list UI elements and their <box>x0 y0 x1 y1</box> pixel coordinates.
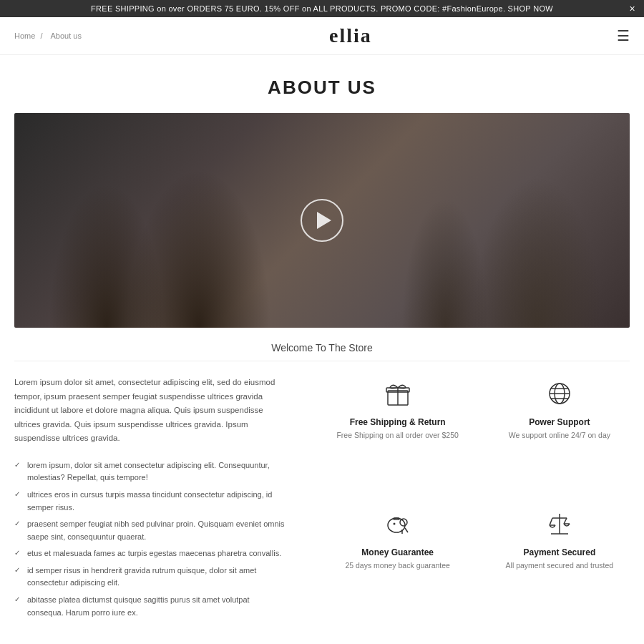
logo-text: ellia <box>329 24 372 47</box>
welcome-text: Welcome To The Store <box>271 342 373 353</box>
top-banner: FREE SHIPPING on over ORDERS 75 EURO. 15… <box>0 0 644 17</box>
about-bullet: etus et malesuada fames ac turpis egesta… <box>14 545 285 562</box>
welcome-section: Welcome To The Store <box>14 328 630 361</box>
svg-line-17 <box>550 518 552 525</box>
about-bullet: id semper risus in hendrerit gravida rut… <box>14 562 285 592</box>
about-bullet: praesent semper feugiat nibh sed pulvina… <box>14 516 285 545</box>
feature-payment-desc: All payment secured and trusted <box>506 560 614 572</box>
about-intro: Lorem ipsum dolor sit amet, consectetur … <box>14 376 285 446</box>
feature-support-title: Power Support <box>529 417 590 427</box>
svg-line-10 <box>405 528 408 532</box>
feature-shipping: Free Shipping & Return Free Shipping on … <box>328 376 468 492</box>
about-bullet: abitasse platea dictumst quisque sagitti… <box>14 592 285 621</box>
feature-payment-title: Payment Secured <box>524 547 596 557</box>
feature-guarantee-desc: 25 days money back guarantee <box>345 560 450 572</box>
about-bullet: lorem ipsum, dolor sit amet consectetur … <box>14 457 285 487</box>
play-button[interactable] <box>301 199 343 242</box>
support-icon <box>542 376 577 411</box>
feature-guarantee-title: Money Guarantee <box>361 547 434 557</box>
payment-icon <box>542 506 577 542</box>
banner-close-button[interactable]: × <box>630 3 635 14</box>
breadcrumb: Home / About us <box>14 31 84 40</box>
team-section: Our Team <box>0 635 644 644</box>
breadcrumb-home[interactable]: Home <box>14 31 35 40</box>
feature-shipping-title: Free Shipping & Return <box>350 417 446 427</box>
hero-video <box>14 113 630 328</box>
feature-support: Power Support We support online 24/7 on … <box>489 376 630 492</box>
page-title-section: ABOUT US <box>0 55 644 113</box>
banner-text: FREE SHIPPING on over ORDERS 75 EURO. 15… <box>91 4 553 13</box>
about-bullets: lorem ipsum, dolor sit amet consectetur … <box>14 457 285 622</box>
feature-shipping-desc: Free Shipping on all order over $250 <box>336 430 458 441</box>
feature-guarantee: Money Guarantee 25 days money back guara… <box>328 506 468 622</box>
page-title: ABOUT US <box>0 77 644 99</box>
svg-point-12 <box>393 522 395 525</box>
about-bullet: ultrices eros in cursus turpis massa tin… <box>14 487 285 516</box>
feature-payment: Payment Secured All payment secured and … <box>489 506 630 622</box>
breadcrumb-current: About us <box>51 31 82 40</box>
svg-point-9 <box>400 519 407 526</box>
header: Home / About us ellia ☰ <box>0 17 644 55</box>
logo[interactable]: ellia <box>329 24 372 47</box>
content-section: Lorem ipsum dolor sit amet, consectetur … <box>14 376 630 621</box>
svg-line-19 <box>564 518 567 524</box>
shipping-icon <box>380 376 416 411</box>
breadcrumb-separator: / <box>40 31 42 40</box>
about-text: Lorem ipsum dolor sit amet, consectetur … <box>14 376 285 621</box>
hamburger-menu[interactable]: ☰ <box>617 29 630 43</box>
guarantee-icon <box>380 506 416 542</box>
feature-support-desc: We support online 24/7 on day <box>509 430 610 441</box>
features-grid: Free Shipping & Return Free Shipping on … <box>299 376 630 621</box>
